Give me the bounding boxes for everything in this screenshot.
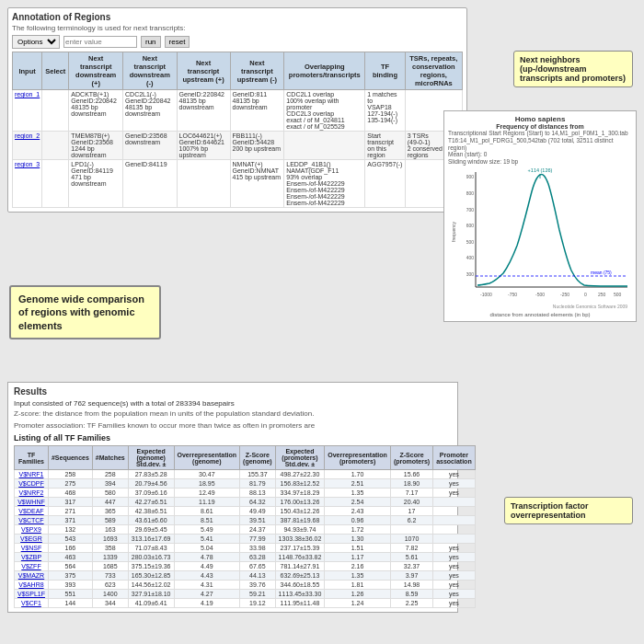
tf-cell: 29.69±5.45 bbox=[128, 525, 174, 535]
tf-cell: 1.72 bbox=[325, 525, 391, 535]
tf-cell: 589 bbox=[92, 516, 128, 525]
tf-cell: 111.95±11.48 bbox=[275, 599, 325, 608]
tf-cell: 88.13 bbox=[240, 489, 276, 498]
tf-cell: 4.43 bbox=[174, 571, 240, 581]
tf-cell: 1.51 bbox=[325, 544, 391, 553]
tf-cell: 258 bbox=[48, 470, 92, 479]
tf-cell: 18.90 bbox=[390, 479, 432, 489]
svg-text:frequency: frequency bbox=[451, 222, 456, 242]
tf-cell: 564 bbox=[48, 562, 92, 571]
tf-cell: 2.51 bbox=[325, 479, 391, 489]
tf-cell[interactable]: V$CF1 bbox=[15, 599, 49, 608]
tf-cell: 275 bbox=[48, 479, 92, 489]
tf-cell: yes bbox=[433, 470, 476, 479]
tf-cell: 5.04 bbox=[174, 544, 240, 553]
tf-cell: 59.21 bbox=[240, 590, 276, 599]
tf-cell: yes bbox=[433, 590, 476, 599]
tf-cell: 37.09±6.16 bbox=[128, 489, 174, 498]
search-input[interactable] bbox=[63, 36, 137, 48]
tf-cell: 165.30±12.85 bbox=[128, 571, 174, 581]
reset-button[interactable]: reset bbox=[165, 36, 190, 48]
tf-cell: 1113.45±33.30 bbox=[275, 590, 325, 599]
tf-cell: 4.31 bbox=[174, 581, 240, 590]
tf-cell: 1.30 bbox=[325, 535, 391, 544]
annotation-cell-next_down_plus: LPD1(-) GeneID:84119 471 bp downstream bbox=[69, 160, 123, 208]
tf-cell[interactable]: V$ZBP bbox=[15, 553, 49, 562]
tf-cell: 237.17±15.39 bbox=[275, 544, 325, 553]
tf-cell: 1.35 bbox=[325, 489, 391, 498]
tf-cell: 781.14±27.91 bbox=[275, 562, 325, 571]
options-select[interactable]: Options bbox=[12, 35, 60, 49]
tf-col-exp-promoter: Expected (promoters) Std.dev. ± bbox=[275, 446, 325, 470]
col-select: Select bbox=[42, 52, 69, 90]
tf-cell: 387.81±19.68 bbox=[275, 516, 325, 525]
tf-col-promoter-assoc: Promoter association bbox=[433, 446, 476, 470]
tf-row: V$EGR5431693313.16±17.695.4177.991303.38… bbox=[15, 535, 476, 544]
tf-cell[interactable]: V$EGR bbox=[15, 535, 49, 544]
tf-cell: 4.27 bbox=[174, 590, 240, 599]
annotation-cell-tf_binding: 1 matches to VSAP18 127-194(-) 135-194(-… bbox=[365, 90, 405, 132]
annotation-cell-next_up_plus bbox=[177, 160, 230, 208]
tf-col-zscore-promoter: Z-Score (promoters) bbox=[390, 446, 432, 470]
tf-cell: 1400 bbox=[92, 590, 128, 599]
tf-cell: 623 bbox=[92, 581, 128, 590]
tf-cell[interactable]: V$CDPF bbox=[15, 479, 49, 489]
tf-cell[interactable]: V$SPL1F bbox=[15, 590, 49, 599]
tf-cell[interactable]: V$MAZR bbox=[15, 571, 49, 581]
tf-cell: 1.26 bbox=[325, 590, 391, 599]
tf-cell: 4.19 bbox=[174, 599, 240, 608]
svg-text:-250: -250 bbox=[560, 292, 569, 297]
svg-text:400: 400 bbox=[466, 255, 475, 260]
col-next-down-minus: Next transcript downstream (-) bbox=[123, 52, 178, 90]
tf-cell[interactable]: V$NRF1 bbox=[15, 470, 49, 479]
tf-cell: 1685 bbox=[92, 562, 128, 571]
svg-text:+114 (126): +114 (126) bbox=[528, 167, 553, 173]
homo-sapiens-chart: Homo sapiens Frequency of distances from… bbox=[443, 110, 637, 322]
annotation-cell-tf_binding: Start transcript on this region bbox=[365, 132, 405, 160]
tf-cell: 33.98 bbox=[240, 544, 276, 553]
tf-cell: 15.66 bbox=[390, 470, 432, 479]
annotation-cell-select bbox=[42, 132, 69, 160]
tf-cell: 1.24 bbox=[325, 599, 391, 608]
tf-cell: 49.49 bbox=[240, 507, 276, 516]
tf-cell: 358 bbox=[92, 544, 128, 553]
tf-col-over-genome: Overrepresentation (genome) bbox=[174, 446, 240, 470]
tf-cell: 394 bbox=[92, 479, 128, 489]
tf-cell[interactable]: V$WHNF bbox=[15, 498, 49, 507]
annotation-cell-select bbox=[42, 160, 69, 208]
tf-cell: 42.38±6.51 bbox=[128, 507, 174, 516]
tf-cell: 8.59 bbox=[390, 590, 432, 599]
tf-cell: 42.27±6.51 bbox=[128, 498, 174, 507]
tf-cell: 8.61 bbox=[174, 507, 240, 516]
tf-cell: 280.03±16.73 bbox=[128, 553, 174, 562]
tf-cell[interactable]: V$NRF2 bbox=[15, 489, 49, 498]
callout-tf: Transcription factor overrepresentation bbox=[504, 497, 633, 524]
results-section: Results Input consisted of 762 sequence(… bbox=[7, 382, 458, 613]
tf-cell: 7.17 bbox=[390, 489, 432, 498]
run-button[interactable]: run bbox=[141, 36, 161, 48]
tf-cell: 468 bbox=[48, 489, 92, 498]
tf-row: V$CTCF37158943.61±6.608.5139.51387.81±19… bbox=[15, 516, 476, 525]
tf-cell[interactable]: V$DEAF bbox=[15, 507, 49, 516]
tf-cell: 393 bbox=[48, 581, 92, 590]
svg-text:300: 300 bbox=[466, 271, 475, 277]
tf-cell[interactable]: V$NSF bbox=[15, 544, 49, 553]
tf-row: V$ZFF5641685375.15±19.364.4967.65781.14±… bbox=[15, 562, 476, 571]
callout-genome: Genome wide comparison of regions with g… bbox=[9, 285, 161, 339]
tf-row: V$NRF125825827.83±5.2830.47155.37498.27±… bbox=[15, 470, 476, 479]
tf-cell[interactable]: V$PX9 bbox=[15, 525, 49, 535]
annotation-title: Annotation of Regions bbox=[12, 12, 463, 22]
tf-cell[interactable]: V$ZFF bbox=[15, 562, 49, 571]
annotation-cell-next_up_minus: GeneID:811 48135 bp downstream bbox=[230, 90, 284, 132]
tf-cell: 327.91±18.10 bbox=[128, 590, 174, 599]
promoter-text: Promoter association: TF Families known … bbox=[14, 421, 452, 430]
tf-cell: 14.98 bbox=[390, 581, 432, 590]
tf-cell[interactable]: V$CTCF bbox=[15, 516, 49, 525]
tf-cell[interactable]: V$AHR8 bbox=[15, 581, 49, 590]
tf-cell: 43.61±6.60 bbox=[128, 516, 174, 525]
tf-cell: 3.97 bbox=[390, 571, 432, 581]
tf-col-zscore-genome: Z-Score (genome) bbox=[240, 446, 276, 470]
tf-cell: 5.61 bbox=[390, 553, 432, 562]
tf-cell: yes bbox=[433, 599, 476, 608]
tf-cell: 5.41 bbox=[174, 535, 240, 544]
